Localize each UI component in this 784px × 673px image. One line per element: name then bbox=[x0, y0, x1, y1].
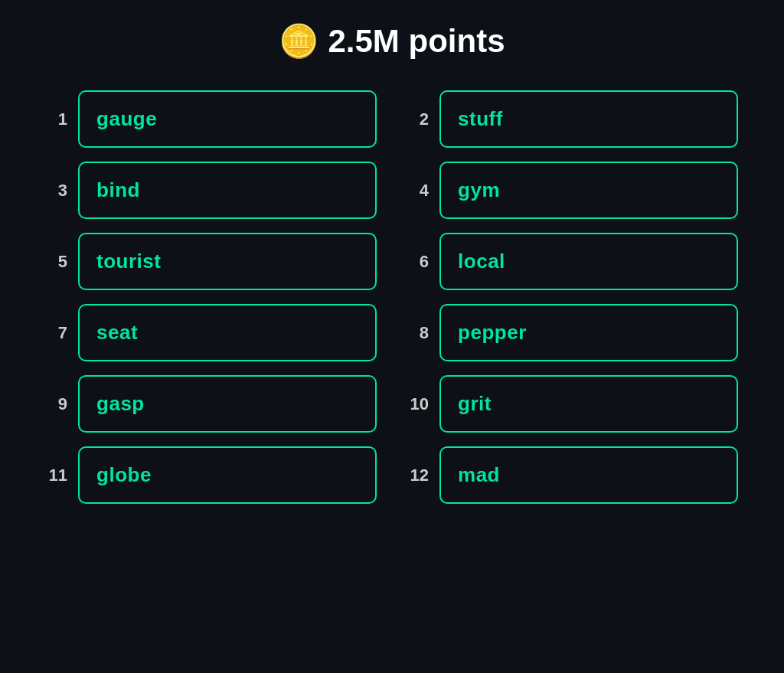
word-box[interactable]: gasp bbox=[78, 375, 377, 433]
list-item: 7seat bbox=[46, 304, 377, 361]
word-box[interactable]: stuff bbox=[439, 90, 738, 148]
list-item: 12mad bbox=[407, 446, 738, 504]
item-number: 12 bbox=[407, 466, 429, 485]
word-box[interactable]: tourist bbox=[78, 233, 377, 290]
word-box[interactable]: gym bbox=[439, 162, 738, 219]
points-display: 2.5M points bbox=[328, 23, 505, 60]
list-item: 6local bbox=[407, 233, 738, 290]
coin-icon: 🪙 bbox=[279, 25, 318, 57]
word-grid: 1gauge2stuff3bind4gym5tourist6local7seat… bbox=[46, 90, 738, 504]
item-number: 2 bbox=[407, 109, 429, 129]
item-number: 9 bbox=[46, 394, 67, 414]
list-item: 3bind bbox=[46, 162, 377, 219]
word-box[interactable]: seat bbox=[78, 304, 377, 361]
header: 🪙 2.5M points bbox=[279, 23, 505, 60]
list-item: 5tourist bbox=[46, 233, 377, 290]
item-number: 8 bbox=[407, 323, 429, 343]
item-number: 4 bbox=[407, 181, 429, 201]
list-item: 1gauge bbox=[46, 90, 377, 148]
item-number: 10 bbox=[407, 394, 429, 414]
word-box[interactable]: gauge bbox=[78, 90, 377, 148]
list-item: 9gasp bbox=[46, 375, 377, 433]
item-number: 6 bbox=[407, 252, 429, 272]
item-number: 3 bbox=[46, 181, 67, 201]
item-number: 11 bbox=[46, 466, 67, 485]
word-box[interactable]: grit bbox=[439, 375, 738, 433]
item-number: 5 bbox=[46, 252, 67, 272]
list-item: 8pepper bbox=[407, 304, 738, 361]
item-number: 1 bbox=[46, 109, 67, 129]
list-item: 2stuff bbox=[407, 90, 738, 148]
word-box[interactable]: bind bbox=[78, 162, 377, 219]
word-box[interactable]: mad bbox=[439, 446, 738, 504]
item-number: 7 bbox=[46, 323, 67, 343]
word-box[interactable]: pepper bbox=[439, 304, 738, 361]
word-box[interactable]: local bbox=[439, 233, 738, 290]
list-item: 11globe bbox=[46, 446, 377, 504]
word-box[interactable]: globe bbox=[78, 446, 377, 504]
list-item: 10grit bbox=[407, 375, 738, 433]
list-item: 4gym bbox=[407, 162, 738, 219]
